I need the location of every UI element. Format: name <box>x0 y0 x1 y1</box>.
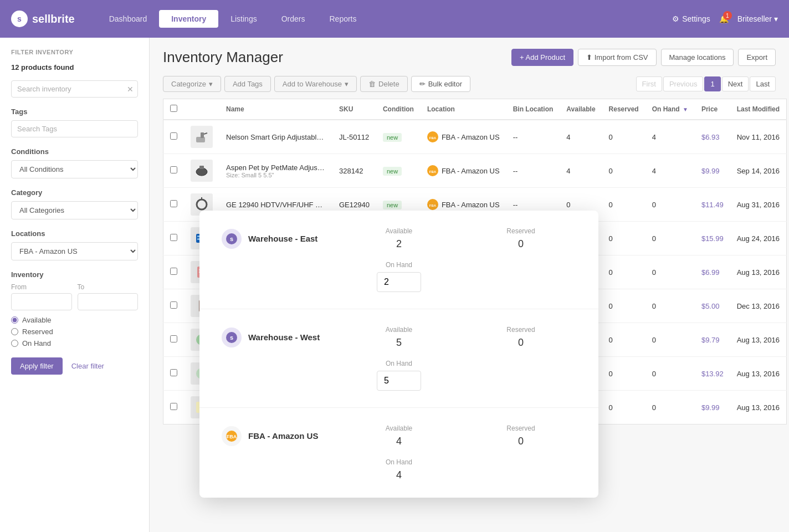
fba-available-stat: Available 4 <box>344 424 454 447</box>
th-condition: Condition <box>376 99 421 120</box>
nav-inventory[interactable]: Inventory <box>159 10 218 28</box>
user-menu[interactable]: Briteseller ▾ <box>737 14 778 23</box>
on-hand-count: 0 <box>652 234 656 243</box>
row-checkbox[interactable] <box>170 166 177 173</box>
bin-location: -- <box>513 133 518 141</box>
row-condition-cell: new <box>376 120 421 154</box>
tags-input[interactable] <box>11 120 138 137</box>
conditions-section: Conditions All Conditions New Used Refur… <box>11 147 138 178</box>
delete-button[interactable]: 🗑 Delete <box>360 76 408 92</box>
radio-available[interactable]: Available <box>11 316 138 324</box>
radio-reserved[interactable]: Reserved <box>11 328 138 336</box>
radio-on-hand[interactable]: On Hand <box>11 339 138 347</box>
price-link[interactable]: $9.99 <box>701 403 720 412</box>
row-checkbox[interactable] <box>170 200 177 207</box>
reserved-count: 0 <box>609 370 613 378</box>
nav-reports[interactable]: Reports <box>317 10 368 28</box>
nav-listings[interactable]: Listings <box>218 10 269 28</box>
west-reserved-stat: Reserved 0 <box>465 326 576 349</box>
export-button[interactable]: Export <box>738 49 776 66</box>
th-on-hand: On Hand ▼ <box>645 99 695 120</box>
clear-filter-button[interactable]: Clear filter <box>67 357 109 375</box>
add-tags-button[interactable]: Add Tags <box>224 76 271 92</box>
row-reserved-cell: 0 <box>602 222 645 255</box>
svg-point-5 <box>196 168 207 176</box>
conditions-select[interactable]: All Conditions New Used Refurbished <box>11 160 138 178</box>
nav-orders[interactable]: Orders <box>269 10 317 28</box>
available-count: 4 <box>566 167 570 175</box>
price-link[interactable]: $5.00 <box>701 302 720 310</box>
search-input[interactable] <box>11 80 138 98</box>
row-price-cell: $5.00 <box>695 289 730 323</box>
west-on-hand-input[interactable] <box>377 371 421 391</box>
row-checkbox[interactable] <box>170 132 177 140</box>
reserved-count: 0 <box>609 234 613 243</box>
bulk-editor-button[interactable]: ✏ Bulk editor <box>411 76 470 92</box>
row-checkbox-cell <box>163 255 185 289</box>
warehouse-west-info: s Warehouse - West <box>222 328 332 347</box>
last-page-button[interactable]: Last <box>750 76 776 91</box>
row-price-cell: $11.49 <box>695 188 730 222</box>
reserved-count: 0 <box>609 167 613 175</box>
notification-count: 1 <box>723 11 732 20</box>
warehouse-east-info: s Warehouse - East <box>222 229 332 249</box>
fba-info: FBA FBA - Amazon US <box>222 426 332 446</box>
logo-icon: s <box>11 11 28 27</box>
from-input[interactable] <box>11 293 72 310</box>
toolbar: Categorize ▾ Add Tags Add to Warehouse ▾… <box>163 76 776 92</box>
row-checkbox[interactable] <box>170 335 177 342</box>
price-link[interactable]: $9.79 <box>701 336 720 344</box>
available-count: 0 <box>566 201 570 209</box>
east-on-hand-input[interactable] <box>377 272 421 292</box>
price-link[interactable]: $9.99 <box>701 167 720 175</box>
row-checkbox[interactable] <box>170 369 177 376</box>
on-hand-count: 0 <box>652 268 656 277</box>
categorize-button[interactable]: Categorize ▾ <box>163 76 221 92</box>
settings-link[interactable]: ⚙ Settings <box>672 14 710 23</box>
row-checkbox[interactable] <box>170 301 177 309</box>
first-page-button[interactable]: First <box>636 76 662 91</box>
product-name: GE 12940 HDTV/VHF/UHF Enhanc... <box>226 201 326 209</box>
to-input[interactable] <box>78 293 139 310</box>
last-modified: Dec 13, 2016 <box>737 302 780 310</box>
price-link[interactable]: $15.99 <box>701 234 724 243</box>
row-checkbox[interactable] <box>170 268 177 275</box>
toolbar-left: Categorize ▾ Add Tags Add to Warehouse ▾… <box>163 76 470 92</box>
clear-search-icon[interactable]: ✕ <box>127 85 134 94</box>
price-link[interactable]: $11.49 <box>701 201 724 209</box>
reserved-count: 0 <box>609 302 613 310</box>
category-select[interactable]: All Categories Electronics Tools <box>11 201 138 219</box>
notifications-button[interactable]: 🔔 1 <box>719 14 729 23</box>
import-csv-button[interactable]: ⬆ Import from CSV <box>578 49 656 66</box>
row-last-modified-cell: Sep 14, 2016 <box>730 154 787 188</box>
row-last-modified-cell: Aug 13, 2016 <box>730 391 787 424</box>
th-price: Price <box>695 99 730 120</box>
manage-locations-button[interactable]: Manage locations <box>661 49 734 66</box>
row-checkbox[interactable] <box>170 403 177 410</box>
row-checkbox[interactable] <box>170 234 177 241</box>
logo[interactable]: s sellbrite <box>11 11 75 27</box>
tags-label: Tags <box>11 108 138 116</box>
svg-text:FBA: FBA <box>429 170 437 173</box>
row-last-modified-cell: Dec 13, 2016 <box>730 289 787 323</box>
svg-text:FBA: FBA <box>429 204 437 207</box>
row-checkbox-cell <box>163 120 185 154</box>
next-page-button[interactable]: Next <box>722 76 749 91</box>
price-link[interactable]: $13.92 <box>701 370 724 378</box>
row-name-cell: Aspen Pet by PetMate Adjustable N... Siz… <box>219 154 332 188</box>
select-all-checkbox[interactable] <box>170 105 177 112</box>
add-product-button[interactable]: + Add Product <box>511 49 573 66</box>
reserved-count: 0 <box>609 268 613 277</box>
price-link[interactable]: $6.93 <box>701 133 720 141</box>
on-hand-count: 0 <box>652 201 656 209</box>
inventory-label: Inventory <box>11 270 138 279</box>
warehouse-east-icon: s <box>222 229 242 249</box>
nav-dashboard[interactable]: Dashboard <box>97 10 160 28</box>
price-link[interactable]: $6.99 <box>701 268 720 277</box>
previous-page-button[interactable]: Previous <box>663 76 704 91</box>
current-page-button[interactable]: 1 <box>704 76 720 91</box>
add-to-warehouse-button[interactable]: Add to Warehouse ▾ <box>274 76 357 92</box>
locations-select[interactable]: All Locations FBA - Amazon US Warehouse … <box>11 242 138 260</box>
row-reserved-cell: 0 <box>602 188 645 222</box>
apply-filter-button[interactable]: Apply filter <box>11 357 63 375</box>
